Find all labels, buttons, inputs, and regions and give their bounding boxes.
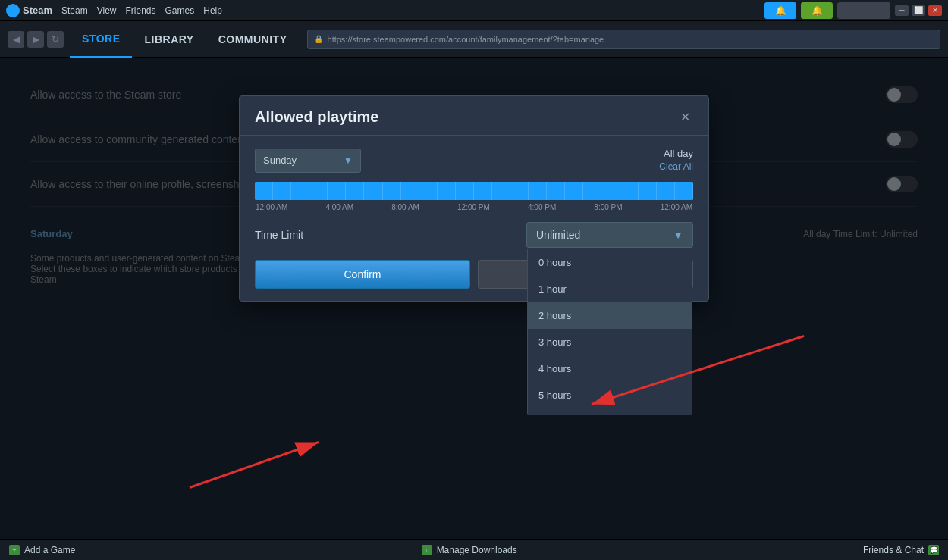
- maximize-button[interactable]: ⬜: [912, 5, 925, 16]
- timeline-seg-12: [456, 182, 474, 200]
- timeline-seg-10: [419, 182, 438, 200]
- steam-logo: Steam: [6, 4, 52, 17]
- time-limit-value: Unlimited: [536, 229, 580, 241]
- day-dropdown-value: Sunday: [263, 155, 297, 166]
- time-label-3: 8:00 AM: [391, 203, 419, 211]
- nav-arrows: ◀ ▶ ↻: [8, 31, 64, 48]
- timeline-seg-15: [510, 182, 529, 200]
- timeline-seg-2: [273, 182, 291, 200]
- time-label-5: 4:00 PM: [528, 203, 556, 211]
- manage-downloads-label[interactable]: Manage Downloads: [437, 545, 517, 555]
- forward-arrow-btn[interactable]: ▶: [27, 31, 44, 48]
- window-controls: ─ ⬜ ✕: [895, 5, 942, 16]
- timeline-seg-6: [346, 182, 364, 200]
- timeline-seg-17: [547, 182, 565, 200]
- minimize-button[interactable]: ─: [895, 5, 909, 16]
- modal-close-button[interactable]: ✕: [676, 109, 693, 126]
- menu-steam[interactable]: Steam: [61, 5, 88, 16]
- time-label-7: 12:00 AM: [661, 203, 692, 211]
- timeline-bar[interactable]: [255, 182, 693, 200]
- steam-logo-icon: [6, 4, 20, 17]
- tab-store[interactable]: STORE: [70, 21, 132, 58]
- timeline-seg-5: [328, 182, 346, 200]
- time-limit-label: Time Limit: [255, 229, 303, 241]
- timeline-seg-18: [565, 182, 583, 200]
- menu-friends[interactable]: Friends: [126, 5, 156, 16]
- nav-bar: ◀ ▶ ↻ STORE LIBRARY COMMUNITY 🔒 https://…: [0, 21, 948, 58]
- time-label-2: 4:00 AM: [325, 203, 353, 211]
- notification-btn-2[interactable]: 🔔: [801, 2, 833, 19]
- option-3-hours[interactable]: 3 hours: [528, 329, 692, 355]
- nav-tabs: STORE LIBRARY COMMUNITY: [70, 21, 300, 58]
- timeline-seg-7: [364, 182, 382, 200]
- title-bar-controls: 🔔 🔔 ─ ⬜ ✕: [764, 2, 942, 19]
- close-button[interactable]: ✕: [928, 5, 942, 16]
- all-day-section: All day Clear All: [659, 148, 693, 173]
- title-bar: Steam Steam View Friends Games Help 🔔 🔔 …: [0, 0, 948, 21]
- option-6-hours[interactable]: 6 hours: [528, 408, 692, 415]
- timeline-seg-4: [309, 182, 328, 200]
- time-limit-chevron: ▼: [673, 229, 683, 241]
- modal-overlay: Allowed playtime ✕ Sunday ▼ All day Clea…: [0, 58, 948, 539]
- option-0-hours[interactable]: 0 hours: [528, 249, 692, 276]
- tab-community[interactable]: COMMUNITY: [206, 21, 300, 58]
- modal-header: Allowed playtime ✕: [240, 96, 708, 136]
- timeline-seg-16: [529, 182, 547, 200]
- notification-btn-1[interactable]: 🔔: [764, 2, 796, 19]
- timeline-seg-20: [601, 182, 620, 200]
- time-label-6: 8:00 PM: [594, 203, 622, 211]
- menu-games[interactable]: Games: [165, 5, 195, 16]
- time-label-1: 12:00 AM: [256, 203, 287, 211]
- option-2-hours[interactable]: 2 hours: [528, 302, 692, 329]
- manage-downloads-icon: ↓: [422, 545, 432, 555]
- option-5-hours[interactable]: 5 hours: [528, 382, 692, 408]
- all-day-label: All day: [659, 148, 693, 159]
- menu-view[interactable]: View: [97, 5, 117, 16]
- title-bar-menu: Steam View Friends Games Help: [61, 5, 222, 16]
- add-game-icon: +: [9, 545, 20, 555]
- taskbar-right[interactable]: Friends & Chat 💬: [863, 545, 939, 555]
- timeline-seg-9: [401, 182, 419, 200]
- modal-title: Allowed playtime: [255, 108, 378, 126]
- friends-chat-label[interactable]: Friends & Chat: [863, 545, 924, 555]
- menu-help[interactable]: Help: [203, 5, 222, 16]
- user-avatar[interactable]: [837, 2, 890, 19]
- modal-body: Sunday ▼ All day Clear All: [240, 136, 708, 301]
- time-limit-row: Time Limit Unlimited ▼ 0 hours 1 hour 2 …: [255, 222, 693, 248]
- add-game-label[interactable]: Add a Game: [24, 545, 75, 555]
- day-dropdown-chevron: ▼: [344, 155, 353, 166]
- url-bar[interactable]: 🔒 https://store.steampowered.com/account…: [307, 30, 940, 49]
- time-label-4: 12:00 PM: [457, 203, 490, 211]
- timeline-seg-21: [620, 182, 639, 200]
- friends-chat-icon: 💬: [928, 545, 939, 555]
- back-arrow-btn[interactable]: ◀: [8, 31, 24, 48]
- tab-library[interactable]: LIBRARY: [132, 21, 206, 58]
- lock-icon: 🔒: [314, 35, 323, 43]
- timeline-seg-3: [291, 182, 309, 200]
- day-selector-row: Sunday ▼ All day Clear All: [255, 148, 693, 173]
- main-content: Allow access to the Steam store Allow ac…: [0, 58, 948, 539]
- allowed-playtime-modal: Allowed playtime ✕ Sunday ▼ All day Clea…: [239, 95, 709, 302]
- timeline-labels: 12:00 AM 4:00 AM 8:00 AM 12:00 PM 4:00 P…: [255, 203, 693, 211]
- timeline-seg-8: [383, 182, 401, 200]
- timeline-seg-22: [639, 182, 657, 200]
- title-bar-left: Steam Steam View Friends Games Help: [6, 4, 222, 17]
- taskbar: + Add a Game ↓ Manage Downloads Friends …: [0, 539, 948, 560]
- timeline-seg-19: [583, 182, 601, 200]
- confirm-button[interactable]: Confirm: [255, 260, 470, 289]
- timeline-seg-11: [438, 182, 456, 200]
- timeline-seg-23: [657, 182, 675, 200]
- day-dropdown[interactable]: Sunday ▼: [255, 149, 361, 173]
- steam-logo-text: Steam: [23, 5, 52, 16]
- taskbar-center[interactable]: ↓ Manage Downloads: [422, 545, 517, 555]
- refresh-btn[interactable]: ↻: [47, 31, 64, 48]
- url-text: https://store.steampowered.com/account/f…: [328, 35, 604, 44]
- time-limit-options: 0 hours 1 hour 2 hours 3 hours 4 hours 5…: [527, 249, 692, 415]
- clear-all-link[interactable]: Clear All: [659, 161, 693, 172]
- option-1-hour[interactable]: 1 hour: [528, 276, 692, 302]
- option-4-hours[interactable]: 4 hours: [528, 355, 692, 382]
- timeline-seg-14: [492, 182, 510, 200]
- time-limit-dropdown[interactable]: Unlimited ▼ 0 hours 1 hour 2 hours 3 hou…: [526, 222, 693, 248]
- taskbar-left[interactable]: + Add a Game: [9, 545, 75, 555]
- timeline-seg-13: [474, 182, 492, 200]
